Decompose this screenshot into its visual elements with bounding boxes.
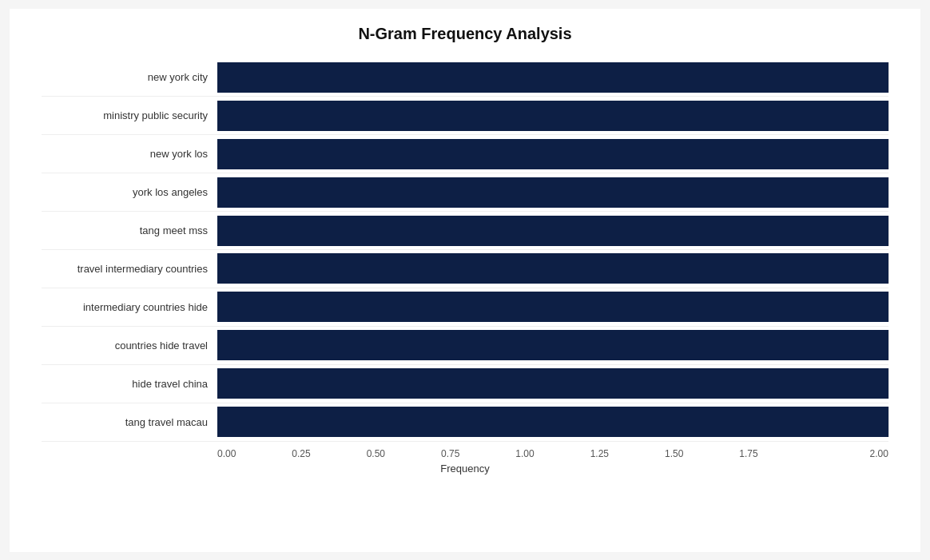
chart-title: N-Gram Frequency Analysis	[42, 25, 888, 43]
bar-track	[217, 139, 888, 169]
bar-track-wrapper	[217, 292, 888, 322]
bar-label: new york los	[42, 148, 217, 160]
bar-label: travel intermediary countries	[42, 263, 217, 275]
bar-track	[217, 330, 888, 360]
bar-track	[217, 368, 888, 399]
bar-fill	[217, 368, 888, 399]
bar-track	[217, 177, 888, 208]
bar-track-wrapper	[217, 101, 888, 131]
x-tick: 1.25	[590, 448, 665, 459]
bar-track-wrapper	[217, 177, 888, 208]
bar-fill	[217, 253, 888, 284]
bars-section: new york cityministry public securitynew…	[42, 59, 888, 442]
bar-label: new york city	[42, 71, 217, 83]
x-tick: 2.00	[814, 448, 888, 459]
bar-row: ministry public security	[42, 97, 888, 135]
bar-track	[217, 253, 888, 284]
bar-row: tang travel macau	[42, 403, 888, 442]
x-axis-label: Frequency	[42, 463, 888, 475]
bar-row: new york city	[42, 59, 888, 97]
bar-track-wrapper	[217, 368, 888, 399]
bar-fill	[217, 407, 888, 437]
bar-track	[217, 216, 888, 246]
chart-container: N-Gram Frequency Analysis new york citym…	[10, 9, 920, 552]
bar-fill	[217, 330, 888, 360]
chart-area: new york cityministry public securitynew…	[42, 59, 888, 475]
bar-fill	[217, 101, 888, 131]
bar-row: york los angeles	[42, 173, 888, 212]
x-tick: 1.00	[515, 448, 590, 459]
bar-row: intermediary countries hide	[42, 288, 888, 327]
x-tick: 1.75	[739, 448, 813, 459]
bar-fill	[217, 139, 888, 169]
bar-track-wrapper	[217, 62, 888, 93]
x-tick: 0.75	[441, 448, 515, 459]
bar-label: tang meet mss	[42, 224, 217, 236]
bar-track-wrapper	[217, 216, 888, 246]
bar-track	[217, 292, 888, 322]
bar-label: intermediary countries hide	[42, 301, 217, 313]
bar-fill	[217, 292, 888, 322]
bar-row: tang meet mss	[42, 212, 888, 250]
bar-label: hide travel china	[42, 378, 217, 390]
bar-track	[217, 101, 888, 131]
bar-label: york los angeles	[42, 186, 217, 198]
bar-track	[217, 407, 888, 437]
bar-track-wrapper	[217, 330, 888, 360]
bar-track-wrapper	[217, 407, 888, 437]
bar-fill	[217, 62, 888, 93]
x-tick: 0.00	[217, 448, 292, 459]
bar-track-wrapper	[217, 139, 888, 169]
bar-track-wrapper	[217, 253, 888, 284]
bar-fill	[217, 177, 888, 208]
bar-row: hide travel china	[42, 365, 888, 403]
bar-track	[217, 62, 888, 93]
bar-row: travel intermediary countries	[42, 250, 888, 288]
x-tick: 0.25	[292, 448, 366, 459]
bar-label: ministry public security	[42, 109, 217, 121]
bar-label: countries hide travel	[42, 340, 217, 351]
x-tick: 1.50	[665, 448, 739, 459]
x-axis: 0.000.250.500.751.001.251.501.752.00	[217, 448, 888, 459]
x-tick: 0.50	[367, 448, 441, 459]
bar-label: tang travel macau	[42, 416, 217, 428]
bar-fill	[217, 216, 888, 246]
bar-row: new york los	[42, 135, 888, 173]
bar-row: countries hide travel	[42, 327, 888, 365]
